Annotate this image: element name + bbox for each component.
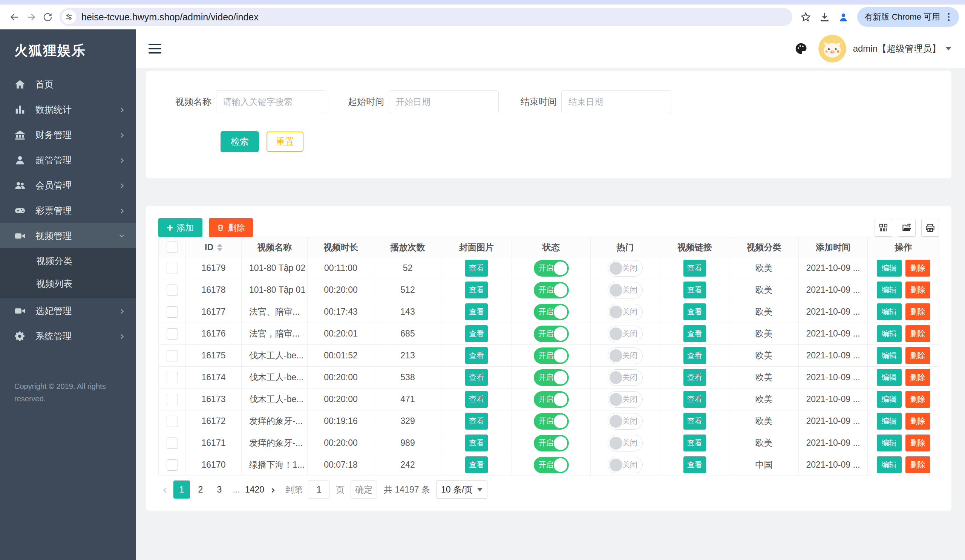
hot-toggle[interactable]: 关闭 <box>608 391 643 408</box>
link-view-button[interactable]: 查看 <box>684 304 706 320</box>
sidebar-item-超管管理[interactable]: 超管管理› <box>0 147 136 173</box>
reset-button[interactable]: 重置 <box>267 132 303 152</box>
user-name[interactable]: admin【超级管理员】 <box>853 42 941 55</box>
browser-back-button[interactable] <box>6 9 23 25</box>
sidebar-item-彩票管理[interactable]: 彩票管理› <box>0 198 136 223</box>
row-delete-button[interactable]: 删除 <box>905 281 930 299</box>
status-toggle[interactable]: 开启 <box>534 435 569 451</box>
edit-button[interactable]: 编辑 <box>877 260 902 277</box>
edit-button[interactable]: 编辑 <box>877 413 902 429</box>
link-view-button[interactable]: 查看 <box>684 413 706 429</box>
hot-toggle[interactable]: 关闭 <box>608 282 643 299</box>
row-delete-button[interactable]: 删除 <box>905 413 930 429</box>
add-button[interactable]: + 添加 <box>158 218 203 237</box>
row-delete-button[interactable]: 删除 <box>905 434 930 451</box>
prev-page-icon[interactable]: ‹ <box>158 483 171 496</box>
link-view-button[interactable]: 查看 <box>684 260 706 277</box>
row-checkbox[interactable] <box>167 416 178 427</box>
page-number-3[interactable]: 3 <box>211 480 228 499</box>
sidebar-item-视频管理[interactable]: 视频管理› <box>0 223 136 248</box>
row-delete-button[interactable]: 删除 <box>905 325 930 342</box>
edit-button[interactable]: 编辑 <box>877 325 902 342</box>
row-checkbox[interactable] <box>167 372 178 383</box>
cover-view-button[interactable]: 查看 <box>465 260 488 277</box>
sidebar-item-会员管理[interactable]: 会员管理› <box>0 173 136 198</box>
row-checkbox[interactable] <box>167 328 178 340</box>
link-view-button[interactable]: 查看 <box>684 347 706 364</box>
status-toggle[interactable]: 开启 <box>534 304 569 320</box>
link-view-button[interactable]: 查看 <box>684 434 706 451</box>
goto-page-input[interactable] <box>308 480 330 499</box>
status-toggle[interactable]: 开启 <box>534 369 569 386</box>
hot-toggle[interactable]: 关闭 <box>608 326 643 342</box>
sidebar-item-选妃管理[interactable]: 选妃管理› <box>0 298 136 323</box>
sidebar-item-首页[interactable]: 首页 <box>0 72 136 97</box>
edit-button[interactable]: 编辑 <box>877 456 902 473</box>
cover-view-button[interactable]: 查看 <box>465 434 488 451</box>
address-bar[interactable]: heise-tcvue.hwym.shop/admin/video/index <box>60 8 792 26</box>
cover-view-button[interactable]: 查看 <box>465 369 488 386</box>
browser-menu-icon[interactable] <box>942 11 955 23</box>
cover-view-button[interactable]: 查看 <box>465 325 488 342</box>
page-number-1[interactable]: 1 <box>173 480 190 499</box>
hot-toggle[interactable]: 关闭 <box>608 435 643 451</box>
page-number-1420[interactable]: 1420 <box>245 480 264 499</box>
theme-palette-icon[interactable] <box>793 40 809 57</box>
edit-button[interactable]: 编辑 <box>877 434 902 451</box>
start-date-input[interactable] <box>389 90 499 113</box>
cover-view-button[interactable]: 查看 <box>465 347 488 364</box>
hot-toggle[interactable]: 关闭 <box>608 369 643 386</box>
page-number-2[interactable]: 2 <box>192 480 209 499</box>
delete-button[interactable]: 删除 <box>209 218 253 237</box>
sidebar-item-财务管理[interactable]: 财务管理› <box>0 122 136 147</box>
sidebar-subitem-视频列表[interactable]: 视频列表 <box>0 273 136 295</box>
hot-toggle[interactable]: 关闭 <box>608 413 643 429</box>
row-checkbox[interactable] <box>167 350 178 361</box>
hot-toggle[interactable]: 关闭 <box>608 457 643 473</box>
edit-button[interactable]: 编辑 <box>877 304 902 320</box>
row-delete-button[interactable]: 删除 <box>905 369 930 386</box>
col-id[interactable]: ID <box>186 237 242 257</box>
cover-view-button[interactable]: 查看 <box>465 456 488 473</box>
profile-button[interactable] <box>835 9 852 25</box>
cover-view-button[interactable]: 查看 <box>465 391 488 408</box>
status-toggle[interactable]: 开启 <box>534 457 569 473</box>
sidebar-item-数据统计[interactable]: 数据统计› <box>0 97 136 122</box>
row-delete-button[interactable]: 删除 <box>905 304 930 320</box>
row-delete-button[interactable]: 删除 <box>905 260 930 277</box>
row-checkbox[interactable] <box>167 306 178 318</box>
link-view-button[interactable]: 查看 <box>684 325 706 342</box>
chevron-down-icon[interactable] <box>945 47 952 51</box>
downloads-button[interactable] <box>816 9 833 25</box>
link-view-button[interactable]: 查看 <box>684 369 706 386</box>
cover-view-button[interactable]: 查看 <box>465 413 488 429</box>
row-delete-button[interactable]: 删除 <box>905 391 930 408</box>
edit-button[interactable]: 编辑 <box>877 391 902 408</box>
hot-toggle[interactable]: 关闭 <box>608 348 643 364</box>
page-size-select[interactable]: 10 条/页 <box>436 480 487 499</box>
search-button[interactable]: 检索 <box>221 131 259 152</box>
end-date-input[interactable] <box>561 90 671 113</box>
row-checkbox[interactable] <box>167 394 178 405</box>
hot-toggle[interactable]: 关闭 <box>608 260 643 277</box>
sidebar-subitem-视频分类[interactable]: 视频分类 <box>0 250 136 273</box>
edit-button[interactable]: 编辑 <box>877 347 902 364</box>
chrome-update-button[interactable]: 有新版 Chrome 可用 <box>857 7 959 27</box>
row-checkbox[interactable] <box>167 263 178 274</box>
row-delete-button[interactable]: 删除 <box>905 347 930 364</box>
edit-button[interactable]: 编辑 <box>877 281 902 299</box>
edit-button[interactable]: 编辑 <box>877 369 902 386</box>
row-delete-button[interactable]: 删除 <box>905 456 930 473</box>
cover-view-button[interactable]: 查看 <box>465 304 488 320</box>
status-toggle[interactable]: 开启 <box>534 413 569 429</box>
browser-forward-button[interactable] <box>23 9 39 25</box>
row-checkbox[interactable] <box>167 284 178 296</box>
status-toggle[interactable]: 开启 <box>534 260 569 277</box>
export-button[interactable] <box>898 219 916 237</box>
bookmark-star-button[interactable] <box>798 9 814 25</box>
select-all-checkbox[interactable] <box>167 242 178 253</box>
browser-reload-button[interactable] <box>39 9 56 25</box>
link-view-button[interactable]: 查看 <box>684 391 706 408</box>
row-checkbox[interactable] <box>167 459 178 471</box>
status-toggle[interactable]: 开启 <box>534 348 569 364</box>
